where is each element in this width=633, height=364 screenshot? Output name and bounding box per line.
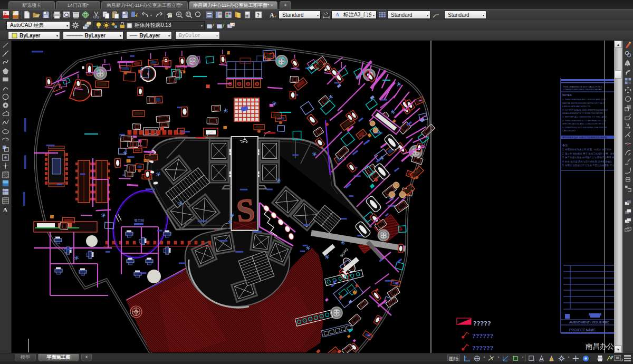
svg-text:3. REPORT ALL OMISSIONS TO THE: 3. REPORT ALL OMISSIONS TO THE LAND xyxy=(562,116,607,118)
svg-text:PROJECT NAME: PROJECT NAME xyxy=(569,328,596,332)
svg-text:?: ? xyxy=(257,12,260,18)
svg-text:4. 如有 疑问请 及时与设计师联系 以便更改确认: 4. 如有 疑问请 及时与设计师联系 以便更改确认 xyxy=(562,160,612,164)
svg-text:MAY BE REPRODUCED WITHOUT THE: MAY BE REPRODUCED WITHOUT THE P xyxy=(562,102,605,104)
svg-text:P: P xyxy=(4,12,6,16)
svg-text:3. 施工前请认真核 对现场尺寸与 图纸尺寸是否 相符: 3. 施工前请认真核 对现场尺寸与 图纸尺寸是否 相符 xyxy=(562,156,614,159)
svg-text:项目段: 项目段 xyxy=(134,218,145,222)
svg-text:LANDSCAPE ARCHITECTS.: LANDSCAPE ARCHITECTS. xyxy=(562,105,591,108)
svg-text:NOTES:: NOTES: xyxy=(562,93,572,97)
svg-text:A: A xyxy=(335,12,340,17)
svg-text:A: A xyxy=(270,12,274,18)
svg-text:1. 本图纸版权为本公司 所属、任何人 未经允许: 1. 本图纸版权为本公司 所属、任何人 未经允许 xyxy=(562,148,612,151)
svg-text:2. DO NOT SCALE. USE WRITTEN D: 2. DO NOT SCALE. USE WRITTEN DIMENSI xyxy=(562,109,608,111)
svg-text:5. DRAWINGS NOT SHOWING THE LA: 5. DRAWINGS NOT SHOWING THE LAST R xyxy=(562,126,607,129)
svg-text:备注:: 备注: xyxy=(562,143,568,147)
svg-text:×: × xyxy=(233,23,235,26)
svg-text:??????: ?????? xyxy=(472,332,494,340)
svg-text:2. 禁止复 制转载或 用于 其他工程项目 使用、如有: 2. 禁止复 制转载或 用于 其他工程项目 使用、如有 xyxy=(562,152,614,156)
svg-text:SOHO: SOHO xyxy=(339,247,348,257)
svg-text:OTHER PURPOSES UNLESS SEPAR: OTHER PURPOSES UNLESS SEPAR xyxy=(563,88,602,91)
svg-text:?????: ????? xyxy=(473,319,491,327)
svg-text:??????: ?????? xyxy=(472,344,494,352)
svg-text:CANCELLED.: CANCELLED. xyxy=(562,129,576,132)
svg-text:建筑样图本预外 出图不可抄袭图试其他用途: 建筑样图本预外 出图不可抄袭图试其他用途 xyxy=(562,136,607,139)
svg-text:4. THIS DRAWING IS TO BE READ: 4. THIS DRAWING IS TO BE READ IN CON xyxy=(562,119,606,122)
svg-text:A: A xyxy=(3,206,7,213)
svg-text:5. 本图以 实际标注尺寸为准 不得以比例量取 尺寸: 5. 本图以 实际标注尺寸为准 不得以比例量取 尺寸 xyxy=(562,164,614,167)
svg-text:MEASUREMENTS TO EXISTING WORK.: MEASUREMENTS TO EXISTING WORK. xyxy=(562,112,603,114)
svg-text:南昌办公: 南昌办公 xyxy=(586,342,614,350)
svg-text:AMENDMENT / ISSUE REC: AMENDMENT / ISSUE REC xyxy=(569,321,610,324)
svg-text:1. THIS DRAWING AND DESIGN ARE: 1. THIS DRAWING AND DESIGN ARE COP xyxy=(562,98,606,101)
svg-text:SPECIFICATION AND CONDITION OF: SPECIFICATION AND CONDITION OF CO xyxy=(562,122,605,125)
